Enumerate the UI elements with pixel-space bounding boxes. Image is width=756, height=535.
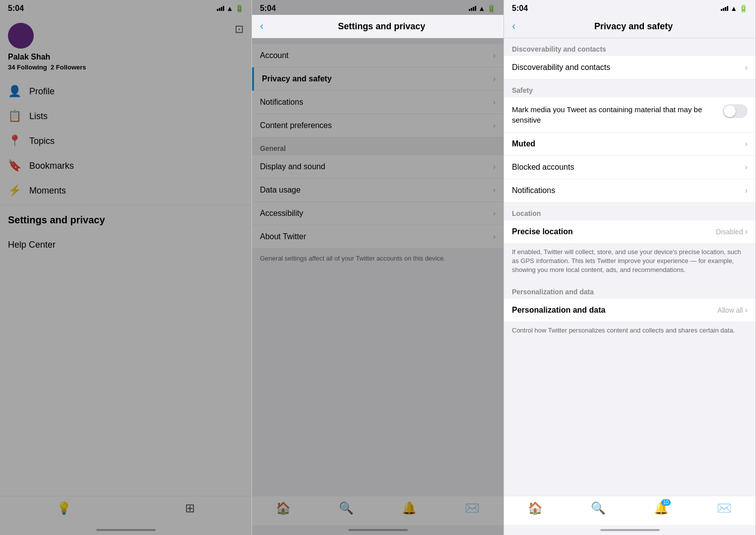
search-icon-2[interactable]: 🔍 <box>339 501 354 515</box>
home-indicator-1 <box>0 525 252 535</box>
privacy-row-blocked[interactable]: Blocked accounts › <box>504 156 756 179</box>
user-name: Palak Shah <box>8 53 244 62</box>
sidebar-item-profile[interactable]: 👤 Profile <box>0 79 252 104</box>
status-bar-1: 5:04 ▲ 🔋 <box>0 0 252 15</box>
personalization-section-header: Personalization and data <box>504 281 756 299</box>
privacy-row-muted[interactable]: Muted › <box>504 133 756 156</box>
nav-items: 👤 Profile 📋 Lists 📍 Topics 🔖 Bookmarks ⚡… <box>0 75 252 496</box>
blocked-chevron: › <box>745 163 748 172</box>
privacy-header: ‹ Privacy and safety <box>504 15 756 38</box>
bottom-nav-2: 🏠 🔍 🔔 ✉️ <box>252 496 504 525</box>
sensitive-toggle[interactable] <box>723 104 748 118</box>
time-2: 5:04 <box>260 4 276 13</box>
settings-screen-title: Settings and privacy <box>267 21 496 32</box>
time-3: 5:04 <box>512 4 528 13</box>
lists-label: Lists <box>29 111 48 122</box>
account-label: Account <box>260 51 289 60</box>
settings-row-data[interactable]: Data usage › <box>252 179 504 202</box>
status-icons-1: ▲ 🔋 <box>217 4 244 12</box>
privacy-label: Privacy and safety <box>262 74 332 83</box>
content-label: Content preferences <box>260 121 332 130</box>
signal-icon-3 <box>721 6 728 11</box>
sidebar-item-help[interactable]: Help Center <box>0 233 252 257</box>
location-desc: If enabled, Twitter will collect, store,… <box>504 244 756 281</box>
about-chevron: › <box>493 232 496 241</box>
privacy-notifications-chevron: › <box>745 186 748 195</box>
back-button-privacy[interactable]: ‹ <box>512 20 515 33</box>
lightbulb-icon[interactable]: 💡 <box>57 501 71 515</box>
about-label: About Twitter <box>260 232 306 241</box>
blocked-label: Blocked accounts <box>512 163 574 172</box>
sidebar-item-topics[interactable]: 📍 Topics <box>0 129 252 153</box>
wifi-icon-3: ▲ <box>730 4 737 12</box>
personalization-label: Personalization and data <box>512 306 605 315</box>
settings-footer: General settings affect all of your Twit… <box>252 249 504 268</box>
home-icon-2[interactable]: 🏠 <box>276 501 291 515</box>
location-value: Disabled <box>716 228 743 236</box>
back-button-settings[interactable]: ‹ <box>260 20 263 33</box>
privacy-screen-title: Privacy and safety <box>519 21 748 32</box>
followers-label: Followers <box>56 64 86 71</box>
profile-label: Profile <box>29 86 55 97</box>
sidebar-item-moments[interactable]: ⚡ Moments <box>0 178 252 203</box>
sidebar-item-settings[interactable]: Settings and privacy <box>0 207 252 233</box>
mail-icon-3[interactable]: ✉️ <box>717 501 732 515</box>
search-icon-3[interactable]: 🔍 <box>591 501 606 515</box>
notification-badge-3: 10 <box>661 499 671 506</box>
avatar <box>8 23 34 49</box>
general-section-header: General <box>252 137 504 155</box>
settings-row-display[interactable]: Display and sound › <box>252 155 504 179</box>
notifications-icon-3[interactable]: 🔔 10 <box>654 501 669 515</box>
following-count: 34 <box>8 64 15 71</box>
status-icons-3: ▲ 🔋 <box>721 4 748 12</box>
panel-settings: 5:04 ▲ 🔋 ‹ Settings and privacy Account … <box>252 0 504 535</box>
moments-icon: ⚡ <box>8 184 21 197</box>
settings-row-accessibility[interactable]: Accessibility › <box>252 202 504 225</box>
new-dm-icon[interactable]: ⊡ <box>235 23 244 36</box>
battery-icon-3: 🔋 <box>739 4 748 12</box>
privacy-row-location[interactable]: Precise location Disabled › <box>504 220 756 244</box>
privacy-row-notifications[interactable]: Notifications › <box>504 179 756 202</box>
settings-row-about[interactable]: About Twitter › <box>252 225 504 249</box>
safety-section-header: Safety <box>504 79 756 97</box>
privacy-row-personalization[interactable]: Personalization and data Allow all › <box>504 299 756 322</box>
followers-count: 2 <box>51 64 54 71</box>
bookmarks-label: Bookmarks <box>29 161 74 171</box>
home-indicator-3 <box>504 525 756 535</box>
following-label: Following <box>17 64 47 71</box>
mail-icon-2[interactable]: ✉️ <box>465 501 480 515</box>
sidebar-item-bookmarks[interactable]: 🔖 Bookmarks <box>0 153 252 178</box>
personalization-value: Allow all <box>717 306 743 314</box>
battery-icon-2: 🔋 <box>487 4 496 12</box>
panel-privacy: 5:04 ▲ 🔋 ‹ Privacy and safety Discoverab… <box>504 0 756 535</box>
settings-row-notifications[interactable]: Notifications › <box>252 91 504 114</box>
qr-code-icon[interactable]: ⊞ <box>185 501 195 515</box>
muted-label: Muted <box>512 139 535 148</box>
personalization-desc: Control how Twitter personalizes content… <box>504 322 756 341</box>
profile-icon: 👤 <box>8 85 21 98</box>
settings-row-content[interactable]: Content preferences › <box>252 114 504 137</box>
accessibility-label: Accessibility <box>260 209 303 218</box>
home-indicator-2 <box>252 525 504 535</box>
home-icon-3[interactable]: 🏠 <box>528 501 543 515</box>
follow-stats: 34 Following 2 Followers <box>8 64 244 71</box>
notifications-label: Notifications <box>260 98 303 107</box>
help-label: Help Center <box>8 240 56 250</box>
settings-row-account[interactable]: Account › <box>252 44 504 67</box>
settings-row-privacy[interactable]: Privacy and safety › <box>252 67 504 91</box>
privacy-notifications-label: Notifications <box>512 186 555 195</box>
notifications-chevron: › <box>493 98 496 107</box>
discoverability-section-header: Discoverability and contacts <box>504 38 756 56</box>
settings-main-section: Account › Privacy and safety › Notificat… <box>252 44 504 137</box>
data-chevron: › <box>493 186 496 195</box>
bottom-nav-1: 💡 ⊞ <box>0 496 252 525</box>
lists-icon: 📋 <box>8 110 21 123</box>
location-section-header: Location <box>504 202 756 220</box>
status-bar-2: 5:04 ▲ 🔋 <box>252 0 504 15</box>
bottom-nav-3: 🏠 🔍 🔔 10 ✉️ <box>504 496 756 525</box>
notifications-icon-2[interactable]: 🔔 <box>402 501 417 515</box>
sidebar-item-lists[interactable]: 📋 Lists <box>0 104 252 129</box>
status-icons-2: ▲ 🔋 <box>469 4 496 12</box>
privacy-row-discoverability[interactable]: Discoverability and contacts › <box>504 56 756 79</box>
settings-label: Settings and privacy <box>8 214 105 225</box>
